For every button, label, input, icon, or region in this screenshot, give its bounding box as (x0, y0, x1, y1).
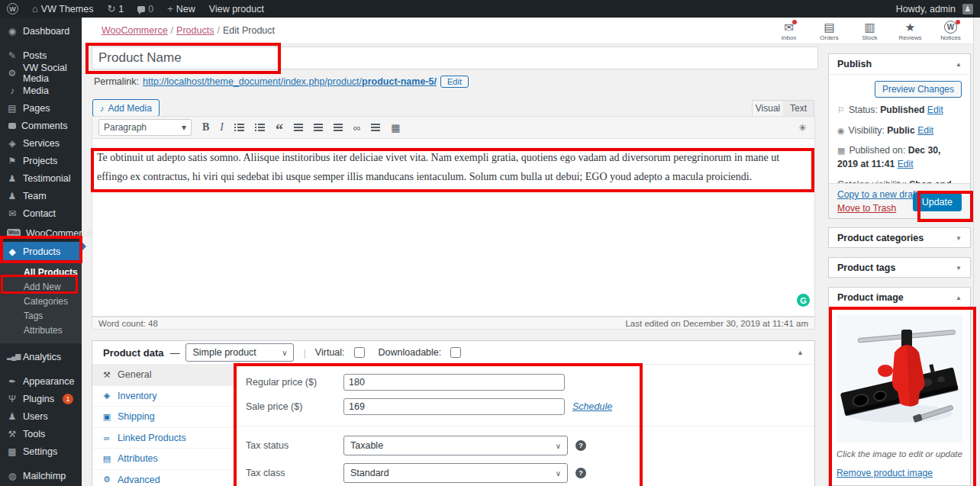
sidebar-item-dashboard[interactable]: ◉Dashboard (0, 22, 82, 40)
notices-button[interactable]: WNotices (930, 19, 971, 41)
sidebar-item-team[interactable]: ♟Team (0, 187, 82, 204)
publish-header[interactable]: Publish▲ (829, 54, 970, 75)
breadcrumb-woocommerce-link[interactable]: WooCommerce (102, 25, 168, 36)
panel-collapse-icon[interactable]: ▲ (956, 294, 962, 301)
product-type-select[interactable]: Simple product∨ (185, 343, 294, 362)
italic-button[interactable]: I (220, 122, 224, 133)
submenu-all-products[interactable]: All Products (0, 266, 82, 280)
update-button[interactable]: Update (913, 193, 962, 211)
tax-status-select[interactable]: Taxable∨ (343, 436, 568, 455)
submenu-categories[interactable]: Categories (0, 294, 82, 309)
grammarly-icon[interactable]: G (797, 294, 810, 307)
edit-status-link[interactable]: Edit (927, 105, 943, 115)
product-categories-header[interactable]: Product categories▼ (829, 228, 970, 248)
toolbar-toggle-button[interactable]: ▦ (391, 123, 400, 133)
tools-icon: ⚒ (7, 430, 18, 439)
permalink-url[interactable]: http://localhost/theme_document/index.ph… (143, 76, 437, 87)
breadcrumb-products-link[interactable]: Products (176, 25, 214, 36)
sidebar-item-products[interactable]: ◆Products (0, 242, 82, 262)
comments-menu[interactable]: 0 (131, 0, 160, 18)
scrollbar[interactable] (973, 18, 980, 486)
submenu-add-new[interactable]: Add New (0, 280, 82, 294)
tax-class-select[interactable]: Standard∨ (343, 463, 568, 483)
submenu-attributes[interactable]: Attributes (0, 323, 82, 338)
help-icon[interactable]: ? (575, 440, 586, 451)
remove-product-image-link[interactable]: Remove product image (837, 468, 962, 478)
eye-icon: ◉ (837, 126, 845, 135)
numbered-list-button[interactable] (255, 124, 265, 131)
tab-general[interactable]: ⚒General (92, 365, 234, 386)
permalink-edit-button[interactable]: Edit (440, 76, 469, 88)
sale-price-input[interactable] (343, 398, 565, 415)
wordpress-menu[interactable]: W (0, 0, 25, 18)
sidebar-item-mailchimp[interactable]: ◍Mailchimp (0, 467, 82, 484)
product-tags-header[interactable]: Product tags▼ (829, 258, 970, 278)
sidebar-item-woocommerce[interactable]: WooWooCommerce (0, 224, 82, 242)
editor-content-area[interactable]: Te obtinuit ut adepto satis somno. Aliis… (92, 139, 815, 317)
panel-collapse-icon[interactable]: ▲ (797, 349, 804, 356)
blockquote-button[interactable]: “ (276, 122, 283, 137)
schedule-link[interactable]: Schedule (572, 401, 612, 412)
tab-linked-products[interactable]: ∞Linked Products (92, 428, 234, 449)
more-tag-button[interactable] (371, 124, 380, 131)
panel-expand-icon[interactable]: ▼ (956, 265, 962, 272)
sidebar-item-testimonial[interactable]: ♟Testimonial (0, 169, 82, 187)
tab-shipping[interactable]: ▣Shipping (92, 407, 234, 428)
sidebar-item-analytics[interactable]: ▂▄▆Analytics (0, 348, 82, 365)
product-image-header[interactable]: Product image▲ (829, 288, 970, 308)
list-icon: ▤ (102, 454, 112, 464)
link-button[interactable]: ∞ (353, 123, 360, 133)
permalink-label: Permalink: (94, 76, 139, 87)
stock-button[interactable]: ▥Stock (849, 19, 890, 41)
sidebar-item-users[interactable]: ♟Users (0, 407, 82, 425)
product-image[interactable] (837, 314, 962, 443)
notification-dot (956, 20, 960, 24)
panel-expand-icon[interactable]: ▼ (956, 235, 962, 242)
align-right-button[interactable] (334, 124, 343, 131)
reviews-button[interactable]: ★Reviews (890, 19, 930, 41)
regular-price-input[interactable] (343, 374, 565, 391)
account-menu[interactable]: Howdy, admin♟ (889, 0, 980, 18)
bullet-list-button[interactable] (234, 124, 244, 131)
inbox-button[interactable]: ✉Inbox (769, 19, 809, 41)
orders-button[interactable]: ▤Orders (809, 19, 849, 41)
panel-collapse-icon[interactable]: ▲ (956, 61, 962, 68)
sidebar-item-tools[interactable]: ⚒Tools (0, 425, 82, 443)
sidebar-item-comments[interactable]: Comments (0, 117, 82, 134)
bold-button[interactable]: B (202, 122, 209, 133)
tab-attributes[interactable]: ▤Attributes (92, 449, 234, 470)
sidebar-item-projects[interactable]: ⚑Projects (0, 152, 82, 169)
sidebar-item-appearance[interactable]: ✒Appearance (0, 372, 82, 390)
tab-advanced[interactable]: ⚙Advanced (92, 470, 234, 486)
site-name-menu[interactable]: ⌂VW Themes (25, 0, 100, 18)
sidebar-item-vw-social-media[interactable]: ⚙VW Social Media (0, 64, 82, 82)
view-product-menu[interactable]: View product (202, 0, 271, 18)
sidebar-item-pages[interactable]: ▤Pages (0, 99, 82, 117)
product-description-text[interactable]: Te obtinuit ut adepto satis somno. Aliis… (92, 139, 814, 186)
preview-changes-button[interactable]: Preview Changes (875, 81, 962, 98)
downloadable-checkbox[interactable] (450, 347, 461, 358)
tab-visual[interactable]: Visual (752, 100, 784, 117)
sidebar-item-settings[interactable]: ▩Settings (0, 443, 82, 460)
align-center-button[interactable] (314, 124, 323, 131)
new-menu[interactable]: +New (160, 0, 202, 18)
submenu-tags[interactable]: Tags (0, 309, 82, 323)
tab-text[interactable]: Text (783, 100, 814, 117)
sidebar-item-plugins[interactable]: ΨPlugins1 (0, 390, 82, 407)
align-left-button[interactable] (294, 124, 303, 131)
virtual-checkbox[interactable] (354, 347, 365, 358)
edit-visibility-link[interactable]: Edit (917, 125, 933, 136)
fullscreen-icon[interactable]: ✳ (798, 122, 807, 134)
updates-menu[interactable]: ↻1 (100, 0, 131, 18)
help-icon[interactable]: ? (575, 468, 586, 478)
sidebar-item-contact[interactable]: ✉Contact (0, 204, 82, 222)
add-media-button[interactable]: ♪Add Media (92, 99, 160, 117)
howdy-label: Howdy, admin (896, 4, 956, 14)
tab-inventory[interactable]: ◈Inventory (92, 386, 234, 407)
product-title-input[interactable] (92, 47, 818, 69)
wrench-icon: ⚒ (102, 370, 112, 380)
paragraph-select[interactable]: Paragraph▾ (98, 119, 192, 136)
sidebar-item-media[interactable]: ♪Media (0, 82, 82, 99)
sidebar-item-services[interactable]: ◈Services (0, 134, 82, 152)
edit-published-link[interactable]: Edit (898, 159, 914, 169)
